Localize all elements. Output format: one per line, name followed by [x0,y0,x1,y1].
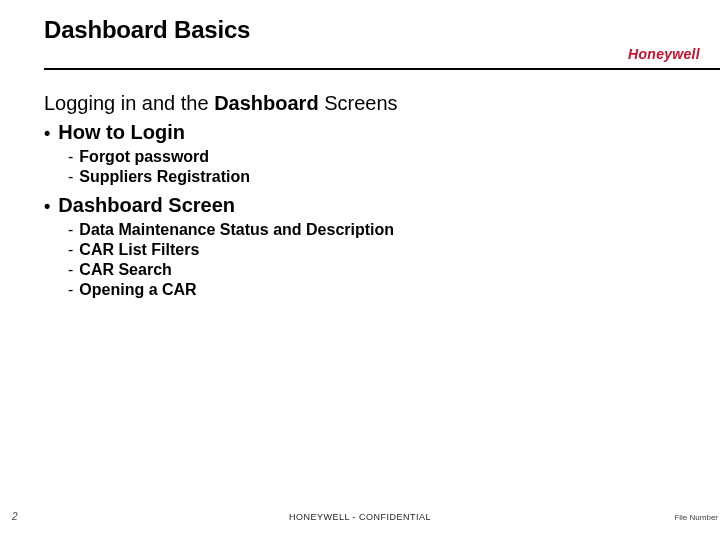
sub-list: -Data Maintenance Status and Description… [68,221,656,299]
section-subheading: Logging in and the Dashboard Screens [44,92,656,115]
sub-label: Data Maintenance Status and Description [79,221,394,239]
bullet-label: Dashboard Screen [58,194,235,217]
dash-icon: - [68,281,73,299]
list-item: -CAR Search [68,261,656,279]
bullet-label: How to Login [58,121,185,144]
list-item: -Opening a CAR [68,281,656,299]
subhead-part3: Screens [319,92,398,114]
dash-icon: - [68,148,73,166]
bullet-list: • How to Login -Forgot password -Supplie… [44,121,656,299]
footer-file-number: File Number [674,513,718,522]
sub-label: Forgot password [79,148,209,166]
dash-icon: - [68,168,73,186]
list-item: -Forgot password [68,148,656,166]
sub-label: CAR List Filters [79,241,199,259]
slide-title: Dashboard Basics [44,16,696,44]
brand-logo: Honeywell [628,46,700,62]
list-item: • Dashboard Screen -Data Maintenance Sta… [44,194,656,299]
slide: Dashboard Basics Honeywell Logging in an… [0,0,720,540]
dash-icon: - [68,241,73,259]
dash-icon: - [68,261,73,279]
dash-icon: - [68,221,73,239]
list-item: • How to Login -Forgot password -Supplie… [44,121,656,186]
sub-label: CAR Search [79,261,171,279]
content-area: Logging in and the Dashboard Screens • H… [44,92,656,307]
bullet-icon: • [44,197,50,215]
list-item: -CAR List Filters [68,241,656,259]
sub-label: Suppliers Registration [79,168,250,186]
subhead-bold: Dashboard [214,92,318,114]
footer-confidential: HONEYWELL - CONFIDENTIAL [0,512,720,522]
sub-list: -Forgot password -Suppliers Registration [68,148,656,186]
bullet-icon: • [44,124,50,142]
title-row: Dashboard Basics [44,16,696,44]
bullet-line: • Dashboard Screen [44,194,656,217]
list-item: -Suppliers Registration [68,168,656,186]
sub-label: Opening a CAR [79,281,196,299]
title-underline [44,68,720,70]
bullet-line: • How to Login [44,121,656,144]
subhead-part1: Logging in and the [44,92,214,114]
list-item: -Data Maintenance Status and Description [68,221,656,239]
